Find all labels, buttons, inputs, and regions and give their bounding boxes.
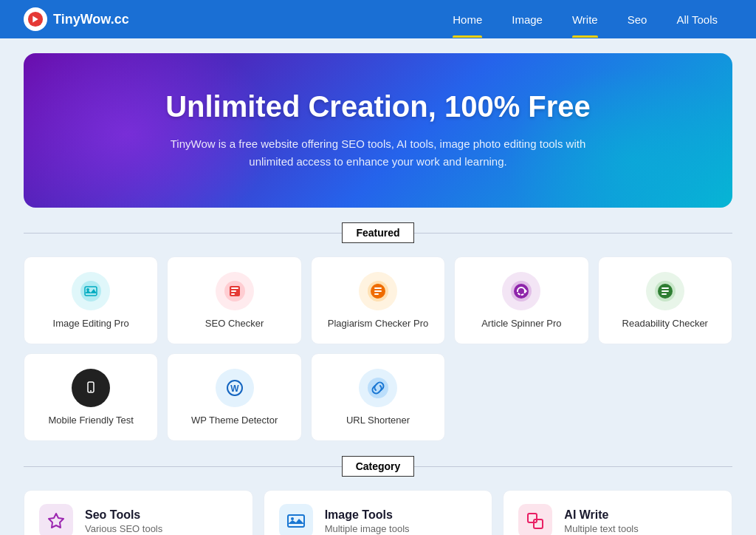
mobile-icon xyxy=(72,369,110,407)
plagiarism-icon xyxy=(359,272,397,310)
svg-rect-20 xyxy=(662,290,669,292)
tool-label-url: URL Shortener xyxy=(346,415,410,426)
nav-links: Home Image Write Seo All Tools xyxy=(438,1,732,38)
nav-link-write[interactable]: Write xyxy=(557,1,613,38)
category-card-aiwrite[interactable]: AI Write Multiple text tools xyxy=(503,490,732,535)
navbar: TinyWow.cc Home Image Write Seo All Tool… xyxy=(0,0,756,38)
tool-label-wp: WP Theme Detector xyxy=(191,415,278,426)
tool-label-mobile: Mobile Friendly Test xyxy=(49,415,134,426)
tool-label-seo-checker: SEO Checker xyxy=(205,318,264,329)
cat-header-line-left xyxy=(24,466,342,467)
tool-card-image-editing[interactable]: Image Editing Pro xyxy=(24,256,158,344)
featured-label: Featured xyxy=(342,222,413,243)
svg-rect-6 xyxy=(231,287,238,289)
svg-point-28 xyxy=(368,378,388,398)
seo-category-icon xyxy=(39,504,73,535)
readability-icon xyxy=(646,272,684,310)
svg-rect-29 xyxy=(288,515,304,527)
article-spinner-icon xyxy=(502,272,540,310)
seo-title: Seo Tools xyxy=(85,508,162,522)
tool-card-mobile[interactable]: Mobile Friendly Test xyxy=(24,353,158,441)
logo-icon xyxy=(24,7,47,31)
svg-rect-12 xyxy=(374,290,382,292)
tool-label-article-spinner: Article Spinner Pro xyxy=(481,318,561,329)
category-card-seo[interactable]: Seo Tools Various SEO tools xyxy=(24,490,253,535)
hero-subtitle: TinyWow is a free website offering SEO t… xyxy=(149,135,607,171)
empty-slot-1 xyxy=(454,353,588,441)
category-header: Category xyxy=(24,456,732,477)
nav-item-write[interactable]: Write xyxy=(557,1,613,38)
tool-card-wp[interactable]: W WP Theme Detector xyxy=(167,353,301,441)
svg-rect-11 xyxy=(374,287,382,289)
header-line-left xyxy=(24,233,342,234)
tool-card-plagiarism[interactable]: Plagiarism Checker Pro xyxy=(311,256,445,344)
seo-checker-icon xyxy=(216,272,254,310)
category-card-image[interactable]: Image Tools Multiple image tools xyxy=(264,490,493,535)
aiwrite-subtitle: Multiple text tools xyxy=(564,523,638,534)
aiwrite-title: AI Write xyxy=(564,508,638,522)
url-icon xyxy=(359,369,397,407)
empty-slot-2 xyxy=(598,353,732,441)
svg-rect-32 xyxy=(534,519,543,528)
nav-item-home[interactable]: Home xyxy=(438,1,497,38)
featured-grid-row2: Mobile Friendly Test W WP Theme Detector xyxy=(24,353,732,441)
tool-card-url[interactable]: URL Shortener xyxy=(311,353,445,441)
cat-header-line-right xyxy=(414,466,732,467)
hero-title: Unlimited Creation, 100% Free xyxy=(53,90,703,123)
svg-point-24 xyxy=(90,390,92,392)
tool-card-readability[interactable]: Readability Checker xyxy=(598,256,732,344)
tool-label-image-editing: Image Editing Pro xyxy=(53,318,129,329)
aiwrite-category-icon xyxy=(518,504,552,535)
hero-section: Unlimited Creation, 100% Free TinyWow is… xyxy=(24,53,732,208)
nav-item-alltools[interactable]: All Tools xyxy=(662,1,732,38)
svg-rect-7 xyxy=(231,290,236,292)
svg-rect-8 xyxy=(231,293,235,295)
nav-link-seo[interactable]: Seo xyxy=(613,1,662,38)
logo-text: TinyWow.cc xyxy=(53,12,129,27)
category-label: Category xyxy=(342,456,415,477)
tool-label-plagiarism: Plagiarism Checker Pro xyxy=(328,318,429,329)
image-editing-icon xyxy=(72,272,110,310)
svg-rect-21 xyxy=(662,293,667,295)
tool-label-readability: Readability Checker xyxy=(622,318,708,329)
image-category-text: Image Tools Multiple image tools xyxy=(325,508,410,534)
wp-icon: W xyxy=(216,369,254,407)
logo[interactable]: TinyWow.cc xyxy=(24,7,438,31)
svg-point-30 xyxy=(291,517,294,520)
svg-point-22 xyxy=(80,378,101,398)
featured-grid-row1: Image Editing Pro SEO Checker xyxy=(24,256,732,344)
svg-text:W: W xyxy=(230,384,239,394)
category-section: Category Seo Tools Various SEO tools xyxy=(24,456,732,535)
tool-card-seo-checker[interactable]: SEO Checker xyxy=(167,256,301,344)
nav-link-alltools[interactable]: All Tools xyxy=(662,1,732,38)
featured-section: Featured Image Editing Pro xyxy=(24,222,732,441)
nav-item-seo[interactable]: Seo xyxy=(613,1,662,38)
aiwrite-category-text: AI Write Multiple text tools xyxy=(564,508,638,534)
featured-header: Featured xyxy=(24,222,732,243)
svg-rect-19 xyxy=(662,287,669,289)
svg-point-1 xyxy=(80,281,101,301)
seo-category-text: Seo Tools Various SEO tools xyxy=(85,508,162,534)
image-subtitle: Multiple image tools xyxy=(325,523,410,534)
seo-subtitle: Various SEO tools xyxy=(85,523,162,534)
image-category-icon xyxy=(279,504,313,535)
nav-item-image[interactable]: Image xyxy=(497,1,557,38)
image-title: Image Tools xyxy=(325,508,410,522)
svg-rect-13 xyxy=(374,293,379,295)
nav-link-home[interactable]: Home xyxy=(438,1,497,38)
header-line-right xyxy=(414,233,732,234)
svg-rect-31 xyxy=(528,514,537,522)
category-grid-row1: Seo Tools Various SEO tools Image Tools … xyxy=(24,490,732,535)
tool-card-article-spinner[interactable]: Article Spinner Pro xyxy=(454,256,588,344)
nav-link-image[interactable]: Image xyxy=(497,1,557,38)
